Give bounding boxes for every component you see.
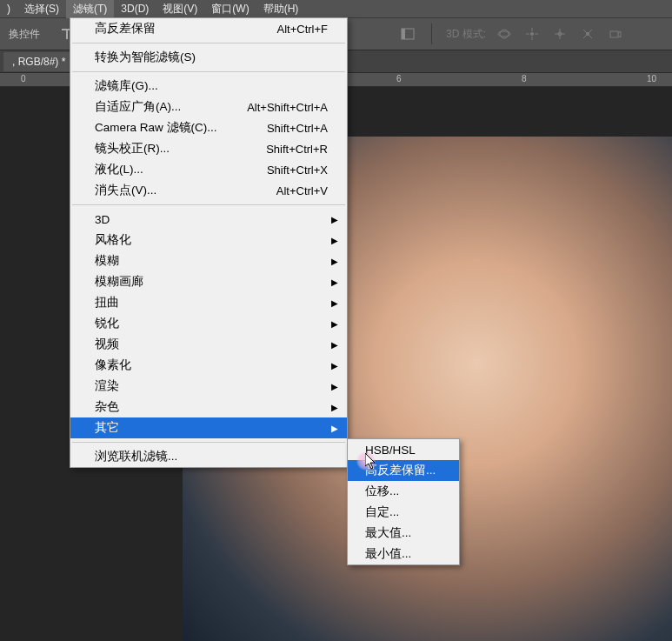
menu-item-label: 高反差保留...: [365, 463, 436, 478]
menu-stylize[interactable]: 风格化▶: [70, 230, 347, 250]
menu-item-label: 其它: [95, 420, 119, 436]
menu-item-label: 高反差保留: [95, 21, 156, 37]
menu-item-label: 液化(L)...: [95, 162, 143, 177]
menu-item-shortcut: Shift+Ctrl+X: [267, 164, 328, 177]
menu-item-shortcut: Alt+Ctrl+F: [276, 23, 328, 36]
submenu-arrow-icon: ▶: [331, 236, 338, 245]
submenu-arrow-icon: ▶: [331, 361, 338, 371]
menu-adaptive-wide-angle[interactable]: 自适应广角(A)...Alt+Shift+Ctrl+A: [70, 97, 347, 117]
svg-point-6: [530, 32, 534, 36]
menubar-item-filter[interactable]: 滤镜(T): [66, 0, 114, 18]
menu-pixelate[interactable]: 像素化▶: [70, 355, 347, 376]
menu-item-label: 自定...: [365, 504, 399, 520]
menu-item-label: 最大值...: [365, 525, 411, 541]
menu-item-label: 渲染: [95, 378, 119, 394]
menu-item-shortcut: Shift+Ctrl+R: [266, 143, 328, 156]
menu-item-shortcut: Shift+Ctrl+A: [267, 122, 328, 135]
menubar-item-3d[interactable]: 3D(D): [114, 1, 156, 17]
mode3d-label: 3D 模式:: [446, 27, 486, 42]
submenu-arrow-icon: ▶: [331, 424, 338, 433]
ruler-tick-label: 0: [21, 74, 26, 83]
menu-separator: [72, 43, 345, 43]
menu-other[interactable]: 其它▶: [70, 417, 347, 438]
menubar-item-help[interactable]: 帮助(H): [256, 0, 306, 18]
swap-controls-label: 换控件: [9, 27, 40, 42]
scale-3d-icon[interactable]: [578, 24, 597, 43]
menu-noise[interactable]: 杂色▶: [70, 397, 347, 417]
ruler-tick-label: 6: [396, 74, 402, 83]
ruler-tick-label: 10: [647, 74, 656, 83]
menu-item-label: 风格化: [95, 232, 131, 248]
submenu-arrow-icon: ▶: [331, 298, 338, 308]
menubar-item-view[interactable]: 视图(V): [156, 0, 204, 18]
menubar-item-partial[interactable]: ): [0, 1, 17, 17]
submenu-high-pass[interactable]: 高反差保留...: [348, 460, 459, 481]
submenu-arrow-icon: ▶: [331, 319, 338, 329]
submenu-custom[interactable]: 自定...: [348, 502, 459, 523]
menu-item-label: 滤镜库(G)...: [95, 78, 158, 94]
menubar: ) 选择(S) 滤镜(T) 3D(D) 视图(V) 窗口(W) 帮助(H): [0, 0, 672, 17]
menubar-item-select[interactable]: 选择(S): [17, 0, 66, 18]
menu-3d[interactable]: 3D▶: [70, 209, 347, 230]
submenu-arrow-icon: ▶: [331, 215, 338, 224]
menu-item-label: 消失点(V)...: [95, 183, 156, 198]
menu-item-label: HSB/HSL: [365, 444, 416, 457]
svg-rect-1: [66, 29, 68, 39]
filter-menu-dropdown: 高反差保留 Alt+Ctrl+F 转换为智能滤镜(S) 滤镜库(G)... 自适…: [70, 17, 348, 468]
document-tab[interactable]: , RGB/8#) *: [3, 52, 74, 71]
submenu-arrow-icon: ▶: [331, 382, 338, 391]
submenu-offset[interactable]: 位移...: [348, 481, 459, 502]
move-3d-icon[interactable]: [550, 24, 569, 43]
menu-vanishing-point[interactable]: 消失点(V)...Alt+Ctrl+V: [70, 180, 347, 201]
submenu-hsb-hsl[interactable]: HSB/HSL: [348, 439, 459, 460]
menu-item-label: 3D: [95, 213, 110, 226]
menu-item-label: 浏览联机滤镜...: [95, 449, 177, 464]
menu-video[interactable]: 视频▶: [70, 334, 347, 355]
menu-lens-correction[interactable]: 镜头校正(R)...Shift+Ctrl+R: [70, 138, 347, 159]
menu-convert-smart-filter[interactable]: 转换为智能滤镜(S): [70, 47, 347, 68]
menu-item-label: 扭曲: [95, 295, 119, 310]
svg-rect-9: [610, 31, 618, 37]
menu-camera-raw[interactable]: Camera Raw 滤镜(C)...Shift+Ctrl+A: [70, 117, 347, 138]
menu-blur-gallery[interactable]: 模糊画廊▶: [70, 271, 347, 292]
menu-item-label: 位移...: [365, 484, 399, 499]
menu-item-label: Camera Raw 滤镜(C)...: [95, 120, 217, 136]
camera-3d-icon[interactable]: [606, 24, 625, 43]
submenu-maximum[interactable]: 最大值...: [348, 523, 459, 544]
menu-item-label: 锐化: [95, 316, 119, 331]
menu-render[interactable]: 渲染▶: [70, 376, 347, 397]
menu-item-shortcut: Alt+Shift+Ctrl+A: [247, 101, 328, 114]
submenu-arrow-icon: ▶: [331, 257, 338, 266]
menu-item-shortcut: Alt+Ctrl+V: [276, 184, 328, 197]
menu-item-label: 杂色: [95, 399, 119, 415]
submenu-arrow-icon: ▶: [331, 277, 338, 287]
menu-separator: [72, 204, 345, 205]
menu-filter-gallery[interactable]: 滤镜库(G)...: [70, 76, 347, 97]
toolbar-panel-icon[interactable]: [398, 24, 417, 43]
menu-separator: [72, 71, 345, 72]
menu-sharpen[interactable]: 锐化▶: [70, 313, 347, 334]
ruler-tick-label: 8: [522, 74, 527, 83]
submenu-arrow-icon: ▶: [331, 403, 338, 412]
menu-item-label: 镜头校正(R)...: [95, 141, 170, 157]
menu-item-label: 模糊画廊: [95, 274, 143, 290]
orbit-icon[interactable]: [495, 24, 514, 43]
menu-separator: [72, 442, 345, 443]
toolbar-divider: [431, 23, 432, 44]
pan-icon[interactable]: [522, 24, 542, 43]
menu-item-label: 模糊: [95, 253, 119, 269]
menu-item-label: 像素化: [95, 357, 131, 373]
menu-item-label: 自适应广角(A)...: [95, 99, 181, 115]
svg-rect-3: [402, 29, 405, 39]
menu-liquify[interactable]: 液化(L)...Shift+Ctrl+X: [70, 159, 347, 180]
menu-browse-filters-online[interactable]: 浏览联机滤镜...: [70, 446, 347, 467]
submenu-minimum[interactable]: 最小值...: [348, 544, 459, 564]
other-submenu: HSB/HSL 高反差保留... 位移... 自定... 最大值... 最小值.…: [347, 438, 460, 565]
menu-item-label: 转换为智能滤镜(S): [95, 50, 196, 65]
submenu-arrow-icon: ▶: [331, 340, 338, 350]
menu-item-label: 最小值...: [365, 546, 411, 562]
menu-last-filter[interactable]: 高反差保留 Alt+Ctrl+F: [70, 18, 347, 39]
menu-blur[interactable]: 模糊▶: [70, 250, 347, 271]
menubar-item-window[interactable]: 窗口(W): [204, 0, 256, 18]
menu-distort[interactable]: 扭曲▶: [70, 292, 347, 313]
